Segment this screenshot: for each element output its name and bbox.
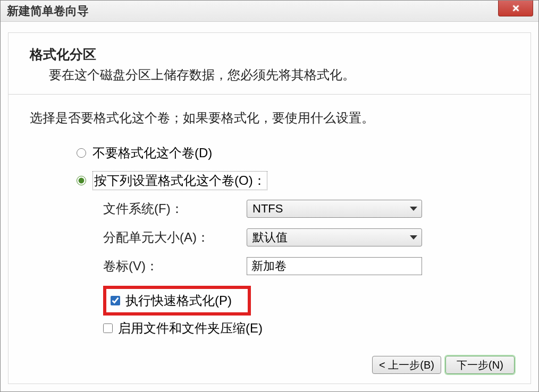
back-button[interactable]: < 上一步(B) xyxy=(372,356,441,374)
radio-no-format-label: 不要格式化这个卷(D) xyxy=(92,144,212,161)
row-filesystem: 文件系统(F)： NTFS xyxy=(103,200,509,218)
allocation-label: 分配单元大小(A)： xyxy=(103,229,247,246)
close-icon: ✕ xyxy=(512,3,520,14)
header-section: 格式化分区 要在这个磁盘分区上储存数据，您必须先将其格式化。 xyxy=(9,33,530,95)
radio-do-format[interactable]: 按下列设置格式化这个卷(O)： xyxy=(77,171,509,190)
page-title: 格式化分区 xyxy=(30,46,509,63)
filesystem-label: 文件系统(F)： xyxy=(103,200,247,217)
checkbox-compression[interactable]: 启用文件和文件夹压缩(E) xyxy=(103,318,509,339)
close-button[interactable]: ✕ xyxy=(498,1,533,16)
volume-label-input[interactable] xyxy=(247,257,422,275)
volume-label-label: 卷标(V)： xyxy=(103,258,247,275)
chevron-down-icon xyxy=(410,207,417,211)
radio-do-format-input[interactable] xyxy=(77,176,86,185)
chevron-down-icon xyxy=(410,235,417,240)
body-section: 选择是否要格式化这个卷；如果要格式化，要使用什么设置。 不要格式化这个卷(D) … xyxy=(9,95,530,358)
checkbox-quick-format[interactable]: 执行快速格式化(P) xyxy=(111,292,232,309)
highlight-annotation: 执行快速格式化(P) xyxy=(103,286,251,316)
window-title: 新建简单卷向导 xyxy=(7,3,89,19)
format-settings: 文件系统(F)： NTFS 分配单元大小(A)： 默认值 xyxy=(77,200,509,275)
titlebar: 新建简单卷向导 ✕ xyxy=(1,1,538,22)
radio-do-format-label: 按下列设置格式化这个卷(O)： xyxy=(92,171,267,190)
footer-buttons: < 上一步(B) 下一步(N) xyxy=(372,356,515,374)
next-button[interactable]: 下一步(N) xyxy=(445,356,515,374)
allocation-value: 默认值 xyxy=(252,229,288,245)
content-panel: 格式化分区 要在这个磁盘分区上储存数据，您必须先将其格式化。 选择是否要格式化这… xyxy=(8,32,531,384)
checkbox-quick-format-label: 执行快速格式化(P) xyxy=(125,292,232,309)
wizard-window: 新建简单卷向导 ✕ 格式化分区 要在这个磁盘分区上储存数据，您必须先将其格式化。… xyxy=(0,0,539,392)
allocation-dropdown[interactable]: 默认值 xyxy=(247,228,422,246)
checkbox-group: 执行快速格式化(P) 启用文件和文件夹压缩(E) xyxy=(77,286,509,339)
radio-no-format[interactable]: 不要格式化这个卷(D) xyxy=(77,144,509,161)
filesystem-value: NTFS xyxy=(252,202,283,216)
checkbox-compression-input[interactable] xyxy=(103,323,113,333)
filesystem-dropdown[interactable]: NTFS xyxy=(247,200,422,218)
page-subtitle: 要在这个磁盘分区上储存数据，您必须先将其格式化。 xyxy=(30,66,509,83)
checkbox-compression-label: 启用文件和文件夹压缩(E) xyxy=(118,320,263,337)
radio-group: 不要格式化这个卷(D) 按下列设置格式化这个卷(O)： 文件系统(F)： NTF… xyxy=(30,144,509,339)
row-allocation: 分配单元大小(A)： 默认值 xyxy=(103,228,509,246)
row-volume-label: 卷标(V)： xyxy=(103,257,509,275)
checkbox-quick-format-input[interactable] xyxy=(111,296,120,305)
radio-no-format-input[interactable] xyxy=(77,148,86,158)
instruction-text: 选择是否要格式化这个卷；如果要格式化，要使用什么设置。 xyxy=(30,109,509,126)
